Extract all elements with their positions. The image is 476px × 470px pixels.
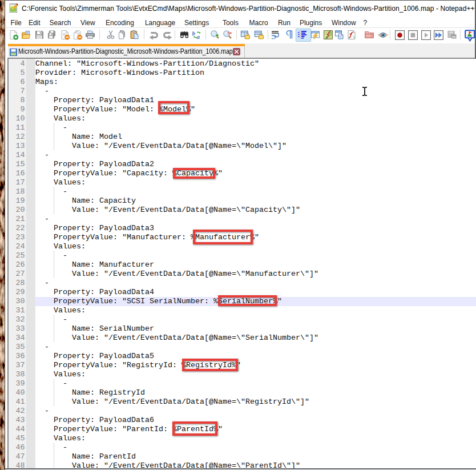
svg-text:uc: uc	[452, 35, 455, 38]
svg-text:a: a	[197, 33, 200, 40]
svg-text:b: b	[192, 30, 196, 37]
